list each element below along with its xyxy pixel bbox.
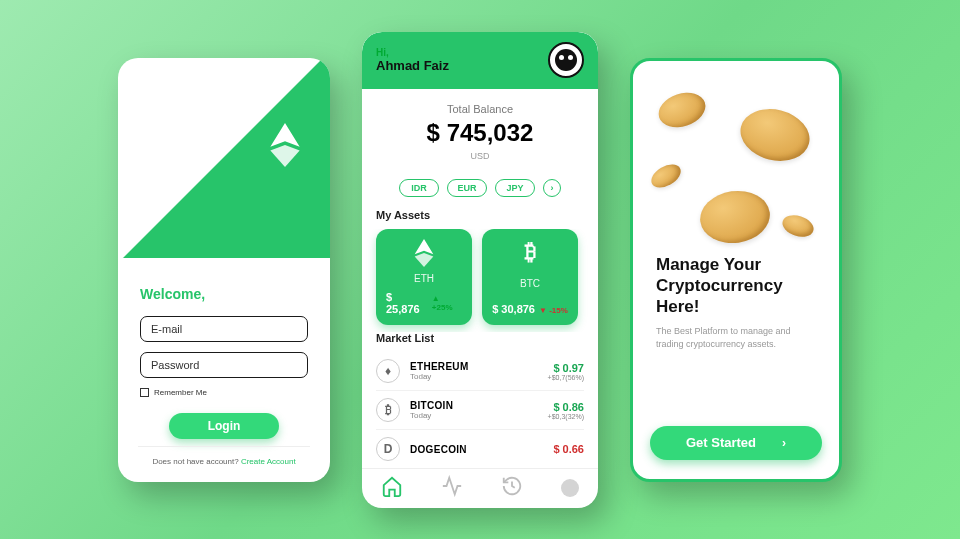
svg-marker-0 — [270, 123, 299, 147]
login-form: Welcome, E-mail Password Remember Me Log… — [118, 286, 330, 439]
email-placeholder: E-mail — [151, 323, 182, 335]
onboarding-screen: Manage Your Cryptocurrency Here! The Bes… — [630, 58, 842, 482]
balance-currency: USD — [362, 151, 598, 161]
svg-marker-3 — [415, 253, 434, 267]
assets-row: ETH $ 25,876 ▲ +25% ₿ BTC $ 30,876 ▼ -15… — [362, 229, 598, 332]
currency-row: IDR EUR JPY › — [362, 179, 598, 197]
remember-row[interactable]: Remember Me — [140, 388, 308, 397]
market-row[interactable]: ₿ BITCOIN Today $ 0.86 +$0,3(32%) — [376, 391, 584, 430]
coin-icon — [647, 159, 684, 192]
chevron-right-icon: › — [551, 183, 554, 193]
market-row[interactable]: ♦ ETHEREUM Today $ 0.97 +$0,7(56%) — [376, 352, 584, 391]
home-screen: Hi, Ahmad Faiz Total Balance $ 745,032 U… — [362, 32, 598, 508]
tab-activity[interactable] — [441, 475, 463, 501]
get-started-button[interactable]: Get Started › — [650, 426, 822, 460]
market-sub: Today — [410, 411, 453, 420]
eth-icon — [414, 239, 434, 267]
login-footer: Does not have account? Create Account — [138, 446, 310, 466]
coins-illustration — [636, 64, 836, 254]
coin-icon: ♦ — [376, 359, 400, 383]
asset-price: $ 30,876 — [492, 303, 535, 315]
onboarding-sub: The Best Platform to manage and trading … — [656, 325, 816, 350]
currency-pill-jpy[interactable]: JPY — [495, 179, 535, 197]
market-sub: Today — [410, 372, 469, 381]
asset-card-eth[interactable]: ETH $ 25,876 ▲ +25% — [376, 229, 472, 325]
password-field[interactable]: Password — [140, 352, 308, 378]
market-title: Market List — [376, 332, 584, 344]
onboarding-heading: Manage Your Cryptocurrency Here! — [656, 254, 816, 318]
market-name: BITCOIN — [410, 400, 453, 411]
balance-amount: $ 745,032 — [362, 119, 598, 147]
market-price: $ 0.66 — [553, 443, 584, 455]
asset-price: $ 25,876 — [386, 291, 428, 315]
balance-label: Total Balance — [362, 103, 598, 115]
tab-home[interactable] — [381, 475, 403, 501]
asset-symbol: BTC — [520, 278, 540, 289]
currency-more-button[interactable]: › — [543, 179, 561, 197]
coin-icon — [654, 87, 710, 133]
asset-delta: ▲ +25% — [432, 294, 462, 312]
login-screen: Welcome, E-mail Password Remember Me Log… — [118, 58, 330, 482]
coin-icon — [735, 102, 815, 168]
create-account-link[interactable]: Create Account — [241, 457, 296, 466]
market-price: $ 0.86 — [548, 401, 584, 413]
svg-marker-2 — [415, 239, 434, 254]
remember-label: Remember Me — [154, 388, 207, 397]
currency-pill-eur[interactable]: EUR — [447, 179, 487, 197]
avatar-icon — [555, 49, 577, 71]
login-hero-triangle — [118, 58, 330, 258]
market-change: +$0,7(56%) — [548, 374, 584, 381]
history-icon — [501, 475, 523, 497]
login-button[interactable]: Login — [169, 413, 279, 439]
assets-title: My Assets — [376, 209, 584, 221]
coin-icon: ₿ — [376, 398, 400, 422]
ethereum-icon — [270, 123, 300, 167]
svg-marker-1 — [270, 145, 299, 167]
btc-icon: ₿ — [525, 239, 536, 265]
signup-prompt: Does not have account? — [152, 457, 241, 466]
get-started-label: Get Started — [686, 435, 756, 450]
tab-bar — [362, 468, 598, 507]
home-icon — [381, 475, 403, 497]
market-change: +$0,3(32%) — [548, 413, 584, 420]
activity-icon — [441, 475, 463, 497]
coin-icon — [697, 186, 774, 247]
balance-block: Total Balance $ 745,032 USD — [362, 89, 598, 169]
currency-pill-idr[interactable]: IDR — [399, 179, 439, 197]
greeting-hi: Hi, — [376, 47, 449, 58]
home-header: Hi, Ahmad Faiz — [362, 32, 598, 89]
chevron-right-icon: › — [782, 436, 786, 450]
tab-profile[interactable] — [561, 479, 579, 497]
asset-symbol: ETH — [414, 273, 434, 284]
asset-card-btc[interactable]: ₿ BTC $ 30,876 ▼ -15% — [482, 229, 578, 325]
market-price: $ 0.97 — [548, 362, 584, 374]
market-name: ETHEREUM — [410, 361, 469, 372]
tab-history[interactable] — [501, 475, 523, 501]
welcome-label: Welcome, — [140, 286, 308, 302]
remember-checkbox[interactable] — [140, 388, 149, 397]
market-name: DOGECOIN — [410, 444, 467, 455]
greeting-username: Ahmad Faiz — [376, 58, 449, 73]
coin-icon: D — [376, 437, 400, 461]
greeting-block: Hi, Ahmad Faiz — [376, 47, 449, 73]
asset-delta: ▼ -15% — [539, 306, 568, 315]
password-placeholder: Password — [151, 359, 199, 371]
email-field[interactable]: E-mail — [140, 316, 308, 342]
avatar[interactable] — [548, 42, 584, 78]
coin-icon — [780, 211, 817, 240]
market-row[interactable]: D DOGECOIN $ 0.66 — [376, 430, 584, 468]
market-list: ♦ ETHEREUM Today $ 0.97 +$0,7(56%) ₿ BIT… — [362, 352, 598, 468]
